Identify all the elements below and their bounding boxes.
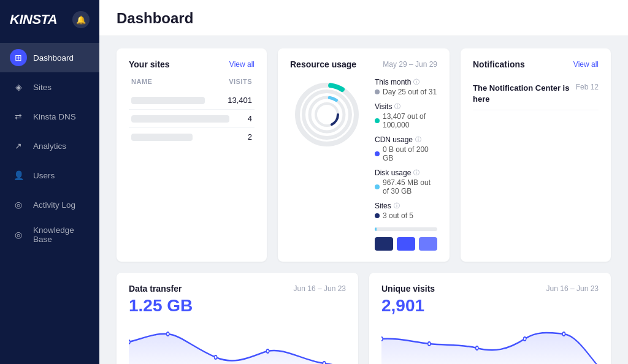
table-row: 13,401: [129, 91, 255, 110]
bottom-charts-row: Data transfer Jun 16 – Jun 23 1.25 GB: [117, 273, 611, 364]
sites-dot: [375, 213, 380, 218]
sidebar-item-dashboard[interactable]: ⊞ Dashboard: [0, 43, 99, 72]
your-sites-title: Your sites: [129, 59, 170, 69]
main-content: Your sites View all NAME VISITS 13,401 4: [99, 36, 628, 364]
stat-visits: Visits ⓘ 13,407 out of 100,000: [375, 102, 437, 129]
sites-info-icon[interactable]: ⓘ: [394, 202, 400, 210]
disk-label: Disk usage ⓘ: [375, 169, 437, 177]
this-month-value: Day 25 out of 31: [375, 88, 437, 96]
visits-info-icon[interactable]: ⓘ: [394, 102, 400, 111]
unique-visits-svg: [381, 320, 599, 364]
visits-dot: [375, 118, 380, 123]
analytics-icon-wrap: ↗: [10, 137, 27, 154]
your-sites-card: Your sites View all NAME VISITS 13,401 4: [117, 48, 267, 262]
disk-progress-fill: [375, 227, 377, 231]
page-title: Dashboard: [117, 10, 611, 27]
svg-point-9: [167, 332, 169, 336]
sites-table-header: NAME VISITS: [129, 78, 255, 85]
users-icon: 👤: [13, 170, 24, 180]
users-icon-wrap: 👤: [10, 167, 27, 184]
svg-point-0: [297, 85, 356, 144]
resource-inner: This month ⓘ Day 25 out of 31 Visits: [290, 78, 437, 251]
sites-icon-wrap: ◈: [10, 78, 27, 96]
sidebar-nav: ⊞ Dashboard ◈ Sites ⇄ Kinsta DNS ↗ Analy…: [0, 38, 99, 364]
notifications-card-header: Notifications View all: [473, 59, 599, 69]
svg-point-18: [562, 332, 565, 336]
donut-svg: [290, 78, 364, 151]
notifications-view-all-link[interactable]: View all: [573, 60, 599, 69]
stat-sites: Sites ⓘ 3 out of 5: [375, 202, 437, 220]
site-visits-value: 13,401: [228, 96, 252, 105]
site-name-placeholder: [131, 97, 205, 104]
sidebar-item-activity-log[interactable]: ◎ Activity Log: [0, 190, 99, 219]
unique-visits-chart-area: [381, 320, 599, 364]
data-transfer-chart-area: [129, 320, 346, 364]
sidebar-item-kinsta-dns[interactable]: ⇄ Kinsta DNS: [0, 102, 99, 131]
svg-point-8: [129, 340, 130, 344]
main-header: Dashboard: [99, 0, 628, 36]
data-transfer-header: Data transfer Jun 16 – Jun 23: [129, 284, 346, 294]
notifications-title: Notifications: [473, 59, 525, 69]
analytics-icon: ↗: [15, 141, 22, 151]
sidebar-item-knowledge-base[interactable]: ◎ Knowledge Base: [0, 219, 99, 250]
cdn-label: CDN usage ⓘ: [375, 135, 437, 144]
site-visits-value: 2: [248, 132, 252, 142]
site-visits-value: 4: [248, 114, 252, 123]
knowledge-base-icon-wrap: ◎: [10, 226, 27, 243]
cdn-value: 0 B out of 200 GB: [375, 145, 437, 162]
sites-table: NAME VISITS 13,401 4 2: [129, 78, 255, 146]
mini-squares: [375, 237, 437, 251]
logo-text: KINSTA: [10, 12, 57, 28]
sidebar-item-label-analytics: Analytics: [33, 142, 66, 151]
this-month-info-icon[interactable]: ⓘ: [413, 78, 419, 86]
sites-label: Sites ⓘ: [375, 202, 437, 210]
mini-sq-3: [419, 237, 437, 251]
sidebar-item-label-kinsta-dns: Kinsta DNS: [33, 112, 76, 121]
data-transfer-title: Data transfer: [129, 284, 182, 294]
this-month-dot: [375, 89, 380, 94]
sites-icon: ◈: [15, 82, 22, 92]
site-name-placeholder: [131, 115, 229, 123]
data-transfer-svg: [129, 320, 346, 364]
table-row: 2: [129, 128, 255, 146]
sidebar-item-label-activity-log: Activity Log: [33, 200, 75, 210]
activity-log-icon-wrap: ◎: [10, 196, 27, 213]
disk-progress-bg: [375, 227, 437, 231]
sidebar-item-analytics[interactable]: ↗ Analytics: [0, 131, 99, 161]
notification-text: The Notification Center is here: [473, 83, 571, 105]
svg-point-14: [381, 337, 383, 341]
stat-disk: Disk usage ⓘ 967.45 MB out of 30 GB: [375, 169, 437, 195]
sites-col-visits: VISITS: [229, 78, 252, 85]
your-sites-card-header: Your sites View all: [129, 59, 255, 69]
your-sites-view-all-link[interactable]: View all: [229, 60, 255, 69]
mini-sq-1: [375, 237, 393, 251]
sidebar-item-users[interactable]: 👤 Users: [0, 161, 99, 190]
svg-point-10: [214, 355, 216, 359]
cdn-dot: [375, 151, 380, 156]
disk-info-icon[interactable]: ⓘ: [413, 169, 419, 177]
notification-date: Feb 12: [576, 83, 599, 91]
unique-visits-title: Unique visits: [381, 284, 435, 294]
sidebar: KINSTA 🔔 ⊞ Dashboard ◈ Sites ⇄ Kinsta DN…: [0, 0, 99, 364]
disk-value: 967.45 MB out of 30 GB: [375, 178, 437, 195]
disk-progress-area: [375, 227, 437, 231]
notifications-card: Notifications View all The Notification …: [461, 48, 611, 262]
svg-point-11: [266, 349, 269, 353]
this-month-label: This month ⓘ: [375, 78, 437, 86]
top-cards-row: Your sites View all NAME VISITS 13,401 4: [117, 48, 611, 262]
main-area: Dashboard Your sites View all NAME VISIT…: [99, 0, 628, 364]
notifications-bell-icon[interactable]: 🔔: [72, 11, 90, 28]
sidebar-item-label-knowledge-base: Knowledge Base: [33, 226, 90, 244]
unique-visits-value: 2,901: [381, 296, 599, 316]
sidebar-item-sites[interactable]: ◈ Sites: [0, 72, 99, 102]
dashboard-icon: ⊞: [15, 53, 22, 63]
stat-cdn: CDN usage ⓘ 0 B out of 200 GB: [375, 135, 437, 162]
sidebar-item-label-dashboard: Dashboard: [33, 53, 74, 63]
svg-point-16: [476, 346, 478, 350]
resource-usage-card: Resource usage May 29 – Jun 29: [278, 48, 450, 262]
notification-item: The Notification Center is here Feb 12: [473, 78, 599, 110]
unique-visits-card: Unique visits Jun 16 – Jun 23 2,901: [369, 273, 611, 364]
cdn-info-icon[interactable]: ⓘ: [415, 135, 421, 144]
donut-chart: [290, 78, 364, 151]
knowledge-base-icon: ◎: [15, 230, 22, 240]
